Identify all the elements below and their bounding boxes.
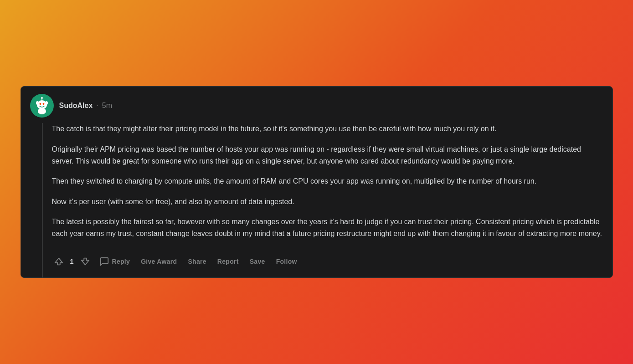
follow-button[interactable]: Follow	[273, 255, 301, 268]
svg-point-4	[36, 101, 39, 105]
paragraph-3: Then they switched to charging by comput…	[52, 175, 603, 187]
comment-card: SudoAlex · 5m The catch is that they mig…	[21, 86, 613, 278]
svg-point-7	[41, 97, 43, 99]
paragraph-4: Now it's per user (with some for free), …	[52, 196, 603, 208]
reply-button[interactable]: Reply	[96, 254, 134, 269]
comment-body: The catch is that they might alter their…	[42, 123, 612, 247]
vote-section: 1	[52, 255, 92, 268]
share-button[interactable]: Share	[184, 255, 210, 268]
svg-point-5	[45, 101, 48, 105]
username: SudoAlex	[59, 102, 93, 110]
paragraph-1: The catch is that they might alter their…	[52, 123, 603, 135]
save-button[interactable]: Save	[246, 255, 269, 268]
user-info: SudoAlex · 5m	[59, 102, 112, 110]
reply-icon	[99, 256, 109, 267]
upvote-button[interactable]	[52, 255, 66, 268]
avatar-icon	[32, 96, 52, 116]
downvote-button[interactable]	[78, 255, 92, 268]
comment-text: The catch is that they might alter their…	[52, 123, 603, 240]
svg-point-3	[42, 103, 44, 105]
comment-actions: 1 Reply Give Award Share Report Save	[42, 247, 612, 277]
timestamp: 5m	[102, 102, 112, 110]
report-button[interactable]: Report	[214, 255, 242, 268]
comment-header: SudoAlex · 5m	[21, 87, 612, 123]
give-award-button[interactable]: Give Award	[137, 255, 180, 268]
svg-point-2	[39, 103, 41, 105]
avatar	[30, 94, 54, 118]
vote-count: 1	[68, 257, 76, 265]
paragraph-2: Originally their APM pricing was based t…	[52, 144, 603, 168]
paragraph-5: The latest is possibly the fairest so fa…	[52, 216, 603, 240]
downvote-icon	[80, 256, 90, 267]
svg-point-8	[38, 108, 46, 114]
upvote-icon	[54, 256, 64, 267]
